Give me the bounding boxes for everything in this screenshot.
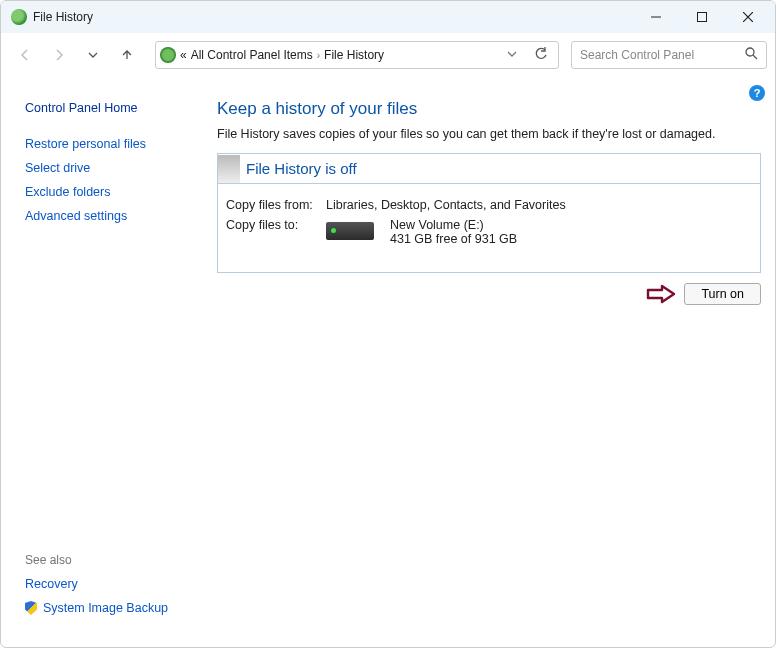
nav-row: « All Control Panel Items › File History… <box>1 33 775 77</box>
search-icon <box>745 47 758 63</box>
control-panel-icon <box>160 47 176 63</box>
svg-rect-1 <box>698 13 707 22</box>
recovery-label: Recovery <box>25 577 78 591</box>
status-text: File History is off <box>246 160 357 177</box>
app-icon <box>11 9 27 25</box>
titlebar: File History <box>1 1 775 33</box>
breadcrumb-prefix: « <box>180 48 187 62</box>
chevron-right-icon[interactable]: › <box>317 50 320 61</box>
help-icon[interactable]: ? <box>749 85 765 101</box>
see-also-label: See also <box>25 553 211 567</box>
arrow-annotation-icon <box>646 284 676 304</box>
address-dropdown-icon[interactable] <box>500 48 524 63</box>
sidebar-advanced-link[interactable]: Advanced settings <box>25 209 211 223</box>
drive-free: 431 GB free of 931 GB <box>390 232 517 246</box>
status-panel: File History is off Copy files from: Lib… <box>217 153 761 273</box>
copy-from-value: Libraries, Desktop, Contacts, and Favori… <box>326 198 566 212</box>
maximize-button[interactable] <box>679 1 725 33</box>
up-button[interactable] <box>111 41 143 69</box>
recovery-link[interactable]: Recovery <box>25 577 211 591</box>
shield-icon <box>25 601 37 615</box>
back-button[interactable] <box>9 41 41 69</box>
sib-label: System Image Backup <box>43 601 168 615</box>
breadcrumb-item[interactable]: File History <box>324 48 384 62</box>
search-input[interactable]: Search Control Panel <box>571 41 767 69</box>
sidebar-restore-link[interactable]: Restore personal files <box>25 137 211 151</box>
sidebar-select-drive-link[interactable]: Select drive <box>25 161 211 175</box>
svg-line-5 <box>753 55 757 59</box>
status-icon <box>218 155 240 183</box>
close-button[interactable] <box>725 1 771 33</box>
recent-dropdown[interactable] <box>77 41 109 69</box>
drive-icon <box>326 222 374 240</box>
control-panel-home-link[interactable]: Control Panel Home <box>25 101 211 115</box>
window-title: File History <box>33 10 93 24</box>
sidebar: Control Panel Home Restore personal file… <box>1 77 211 647</box>
search-placeholder: Search Control Panel <box>580 48 694 62</box>
drive-name: New Volume (E:) <box>390 218 517 232</box>
address-bar[interactable]: « All Control Panel Items › File History <box>155 41 559 69</box>
refresh-button[interactable] <box>528 47 554 64</box>
sidebar-exclude-link[interactable]: Exclude folders <box>25 185 211 199</box>
page-heading: Keep a history of your files <box>217 99 761 119</box>
forward-button[interactable] <box>43 41 75 69</box>
system-image-backup-link[interactable]: System Image Backup <box>25 601 211 615</box>
copy-from-label: Copy files from: <box>226 198 326 212</box>
turn-on-button[interactable]: Turn on <box>684 283 761 305</box>
svg-point-4 <box>746 48 754 56</box>
breadcrumb-item[interactable]: All Control Panel Items <box>191 48 313 62</box>
copy-to-label: Copy files to: <box>226 218 326 246</box>
page-description: File History saves copies of your files … <box>217 127 761 141</box>
minimize-button[interactable] <box>633 1 679 33</box>
main-content: ? Keep a history of your files File Hist… <box>211 77 775 647</box>
